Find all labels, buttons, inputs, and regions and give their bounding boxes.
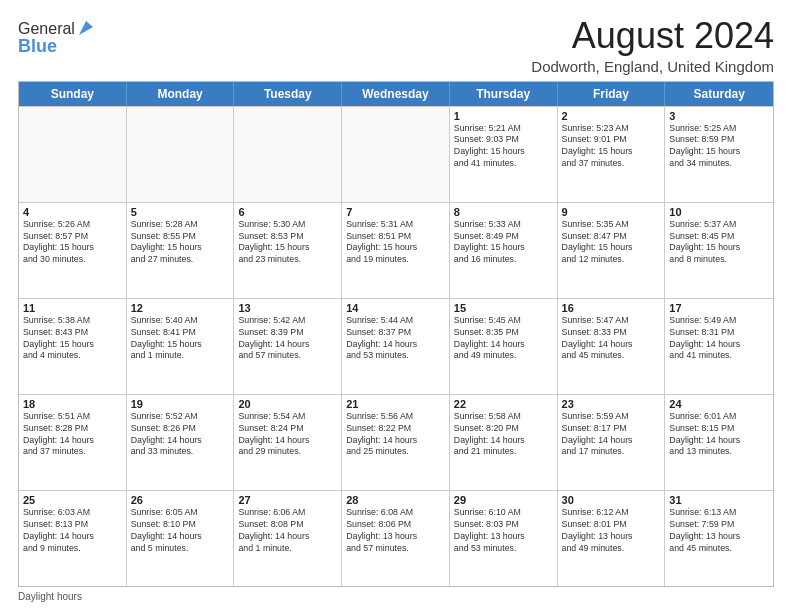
cell-sun-info: Sunrise: 5:37 AM Sunset: 8:45 PM Dayligh… bbox=[669, 219, 769, 267]
day-number: 2 bbox=[562, 110, 661, 122]
day-number: 9 bbox=[562, 206, 661, 218]
calendar-row: 25Sunrise: 6:03 AM Sunset: 8:13 PM Dayli… bbox=[19, 490, 773, 586]
day-number: 26 bbox=[131, 494, 230, 506]
cell-sun-info: Sunrise: 5:30 AM Sunset: 8:53 PM Dayligh… bbox=[238, 219, 337, 267]
calendar-cell: 2Sunrise: 5:23 AM Sunset: 9:01 PM Daylig… bbox=[558, 107, 666, 202]
calendar-row: 4Sunrise: 5:26 AM Sunset: 8:57 PM Daylig… bbox=[19, 202, 773, 298]
calendar-header-cell: Thursday bbox=[450, 82, 558, 106]
cell-sun-info: Sunrise: 5:35 AM Sunset: 8:47 PM Dayligh… bbox=[562, 219, 661, 267]
calendar-cell: 7Sunrise: 5:31 AM Sunset: 8:51 PM Daylig… bbox=[342, 203, 450, 298]
cell-sun-info: Sunrise: 5:51 AM Sunset: 8:28 PM Dayligh… bbox=[23, 411, 122, 459]
calendar-header-cell: Tuesday bbox=[234, 82, 342, 106]
calendar-cell: 10Sunrise: 5:37 AM Sunset: 8:45 PM Dayli… bbox=[665, 203, 773, 298]
day-number: 4 bbox=[23, 206, 122, 218]
calendar-row: 18Sunrise: 5:51 AM Sunset: 8:28 PM Dayli… bbox=[19, 394, 773, 490]
day-number: 25 bbox=[23, 494, 122, 506]
cell-sun-info: Sunrise: 5:49 AM Sunset: 8:31 PM Dayligh… bbox=[669, 315, 769, 363]
calendar-cell: 27Sunrise: 6:06 AM Sunset: 8:08 PM Dayli… bbox=[234, 491, 342, 586]
cell-sun-info: Sunrise: 5:44 AM Sunset: 8:37 PM Dayligh… bbox=[346, 315, 445, 363]
calendar-cell: 1Sunrise: 5:21 AM Sunset: 9:03 PM Daylig… bbox=[450, 107, 558, 202]
cell-sun-info: Sunrise: 5:47 AM Sunset: 8:33 PM Dayligh… bbox=[562, 315, 661, 363]
footer-note: Daylight hours bbox=[18, 591, 774, 602]
logo-blue-text: Blue bbox=[18, 36, 57, 57]
cell-sun-info: Sunrise: 6:06 AM Sunset: 8:08 PM Dayligh… bbox=[238, 507, 337, 555]
calendar-header: SundayMondayTuesdayWednesdayThursdayFrid… bbox=[19, 82, 773, 106]
calendar-header-cell: Wednesday bbox=[342, 82, 450, 106]
day-number: 17 bbox=[669, 302, 769, 314]
calendar-cell: 19Sunrise: 5:52 AM Sunset: 8:26 PM Dayli… bbox=[127, 395, 235, 490]
cell-sun-info: Sunrise: 5:54 AM Sunset: 8:24 PM Dayligh… bbox=[238, 411, 337, 459]
calendar-row: 1Sunrise: 5:21 AM Sunset: 9:03 PM Daylig… bbox=[19, 106, 773, 202]
cell-sun-info: Sunrise: 6:03 AM Sunset: 8:13 PM Dayligh… bbox=[23, 507, 122, 555]
cell-sun-info: Sunrise: 5:40 AM Sunset: 8:41 PM Dayligh… bbox=[131, 315, 230, 363]
calendar-header-cell: Saturday bbox=[665, 82, 773, 106]
day-number: 1 bbox=[454, 110, 553, 122]
day-number: 22 bbox=[454, 398, 553, 410]
calendar-cell: 15Sunrise: 5:45 AM Sunset: 8:35 PM Dayli… bbox=[450, 299, 558, 394]
calendar-cell: 21Sunrise: 5:56 AM Sunset: 8:22 PM Dayli… bbox=[342, 395, 450, 490]
calendar-cell: 17Sunrise: 5:49 AM Sunset: 8:31 PM Dayli… bbox=[665, 299, 773, 394]
calendar-cell: 9Sunrise: 5:35 AM Sunset: 8:47 PM Daylig… bbox=[558, 203, 666, 298]
cell-sun-info: Sunrise: 5:59 AM Sunset: 8:17 PM Dayligh… bbox=[562, 411, 661, 459]
day-number: 19 bbox=[131, 398, 230, 410]
calendar-cell: 3Sunrise: 5:25 AM Sunset: 8:59 PM Daylig… bbox=[665, 107, 773, 202]
calendar-row: 11Sunrise: 5:38 AM Sunset: 8:43 PM Dayli… bbox=[19, 298, 773, 394]
cell-sun-info: Sunrise: 5:42 AM Sunset: 8:39 PM Dayligh… bbox=[238, 315, 337, 363]
calendar-cell: 18Sunrise: 5:51 AM Sunset: 8:28 PM Dayli… bbox=[19, 395, 127, 490]
day-number: 16 bbox=[562, 302, 661, 314]
calendar-cell: 14Sunrise: 5:44 AM Sunset: 8:37 PM Dayli… bbox=[342, 299, 450, 394]
day-number: 7 bbox=[346, 206, 445, 218]
logo: General Blue bbox=[18, 20, 95, 57]
calendar-cell: 25Sunrise: 6:03 AM Sunset: 8:13 PM Dayli… bbox=[19, 491, 127, 586]
calendar-cell: 5Sunrise: 5:28 AM Sunset: 8:55 PM Daylig… bbox=[127, 203, 235, 298]
calendar-cell: 8Sunrise: 5:33 AM Sunset: 8:49 PM Daylig… bbox=[450, 203, 558, 298]
cell-sun-info: Sunrise: 5:58 AM Sunset: 8:20 PM Dayligh… bbox=[454, 411, 553, 459]
cell-sun-info: Sunrise: 5:38 AM Sunset: 8:43 PM Dayligh… bbox=[23, 315, 122, 363]
day-number: 14 bbox=[346, 302, 445, 314]
cell-sun-info: Sunrise: 5:52 AM Sunset: 8:26 PM Dayligh… bbox=[131, 411, 230, 459]
calendar-cell bbox=[234, 107, 342, 202]
day-number: 18 bbox=[23, 398, 122, 410]
day-number: 28 bbox=[346, 494, 445, 506]
day-number: 3 bbox=[669, 110, 769, 122]
day-number: 15 bbox=[454, 302, 553, 314]
daylight-label: Daylight hours bbox=[18, 591, 82, 602]
day-number: 30 bbox=[562, 494, 661, 506]
calendar-cell: 16Sunrise: 5:47 AM Sunset: 8:33 PM Dayli… bbox=[558, 299, 666, 394]
calendar-cell: 30Sunrise: 6:12 AM Sunset: 8:01 PM Dayli… bbox=[558, 491, 666, 586]
cell-sun-info: Sunrise: 5:45 AM Sunset: 8:35 PM Dayligh… bbox=[454, 315, 553, 363]
title-block: August 2024 Dodworth, England, United Ki… bbox=[531, 16, 774, 75]
cell-sun-info: Sunrise: 6:08 AM Sunset: 8:06 PM Dayligh… bbox=[346, 507, 445, 555]
calendar-cell: 22Sunrise: 5:58 AM Sunset: 8:20 PM Dayli… bbox=[450, 395, 558, 490]
day-number: 24 bbox=[669, 398, 769, 410]
calendar-header-cell: Monday bbox=[127, 82, 235, 106]
page: General Blue August 2024 Dodworth, Engla… bbox=[0, 0, 792, 612]
logo-triangle-icon bbox=[77, 19, 95, 37]
day-number: 11 bbox=[23, 302, 122, 314]
day-number: 23 bbox=[562, 398, 661, 410]
cell-sun-info: Sunrise: 6:10 AM Sunset: 8:03 PM Dayligh… bbox=[454, 507, 553, 555]
cell-sun-info: Sunrise: 6:13 AM Sunset: 7:59 PM Dayligh… bbox=[669, 507, 769, 555]
day-number: 8 bbox=[454, 206, 553, 218]
day-number: 10 bbox=[669, 206, 769, 218]
cell-sun-info: Sunrise: 5:21 AM Sunset: 9:03 PM Dayligh… bbox=[454, 123, 553, 171]
cell-sun-info: Sunrise: 5:33 AM Sunset: 8:49 PM Dayligh… bbox=[454, 219, 553, 267]
calendar-cell: 28Sunrise: 6:08 AM Sunset: 8:06 PM Dayli… bbox=[342, 491, 450, 586]
cell-sun-info: Sunrise: 5:28 AM Sunset: 8:55 PM Dayligh… bbox=[131, 219, 230, 267]
day-number: 12 bbox=[131, 302, 230, 314]
cell-sun-info: Sunrise: 6:12 AM Sunset: 8:01 PM Dayligh… bbox=[562, 507, 661, 555]
day-number: 6 bbox=[238, 206, 337, 218]
calendar-cell: 6Sunrise: 5:30 AM Sunset: 8:53 PM Daylig… bbox=[234, 203, 342, 298]
cell-sun-info: Sunrise: 5:31 AM Sunset: 8:51 PM Dayligh… bbox=[346, 219, 445, 267]
day-number: 29 bbox=[454, 494, 553, 506]
calendar-cell: 24Sunrise: 6:01 AM Sunset: 8:15 PM Dayli… bbox=[665, 395, 773, 490]
calendar-cell: 12Sunrise: 5:40 AM Sunset: 8:41 PM Dayli… bbox=[127, 299, 235, 394]
calendar-cell bbox=[127, 107, 235, 202]
cell-sun-info: Sunrise: 5:25 AM Sunset: 8:59 PM Dayligh… bbox=[669, 123, 769, 171]
calendar-body: 1Sunrise: 5:21 AM Sunset: 9:03 PM Daylig… bbox=[19, 106, 773, 586]
day-number: 13 bbox=[238, 302, 337, 314]
month-year-title: August 2024 bbox=[531, 16, 774, 56]
day-number: 5 bbox=[131, 206, 230, 218]
cell-sun-info: Sunrise: 5:23 AM Sunset: 9:01 PM Dayligh… bbox=[562, 123, 661, 171]
calendar: SundayMondayTuesdayWednesdayThursdayFrid… bbox=[18, 81, 774, 587]
